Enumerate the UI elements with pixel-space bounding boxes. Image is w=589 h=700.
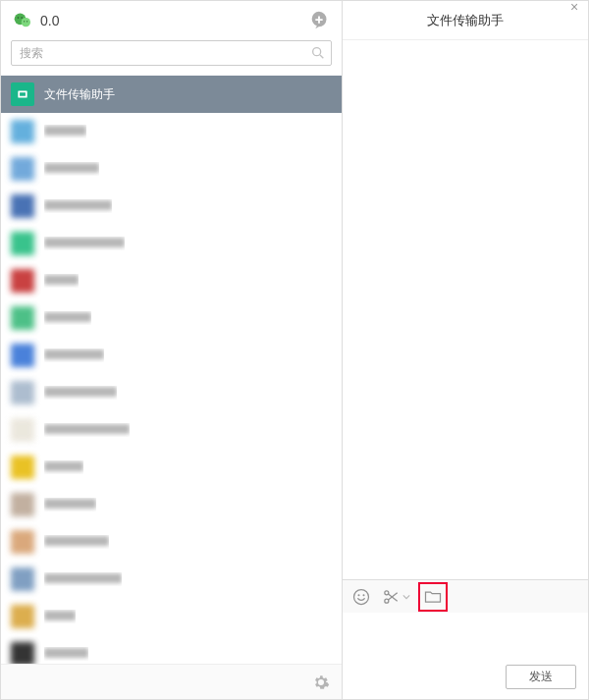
svg-line-16	[389, 592, 398, 599]
send-button[interactable]: 发送	[506, 665, 576, 689]
app-window: 0.0 文件传输助手 × 文件传输助手	[0, 0, 589, 700]
avatar	[11, 456, 34, 479]
avatar	[11, 493, 34, 516]
screenshot-tool[interactable]	[380, 586, 410, 608]
chat-name	[44, 311, 91, 325]
chat-item[interactable]	[1, 374, 342, 411]
conversation-header: 文件传输助手	[343, 1, 588, 40]
chat-name	[44, 535, 109, 549]
avatar	[11, 381, 34, 404]
conversation-title: 文件传输助手	[427, 12, 504, 29]
message-area	[343, 40, 588, 579]
svg-point-1	[22, 18, 30, 27]
dropdown-arrow-icon	[402, 593, 410, 601]
avatar	[11, 642, 34, 664]
left-footer	[1, 664, 342, 699]
svg-line-15	[389, 594, 398, 601]
user-name: 0.0	[40, 13, 59, 28]
new-chat-icon[interactable]	[308, 10, 330, 31]
svg-rect-9	[20, 92, 26, 96]
svg-point-2	[18, 17, 20, 19]
highlighted-folder-tool	[418, 582, 448, 612]
left-panel: 0.0 文件传输助手	[1, 1, 343, 699]
chat-item[interactable]	[1, 449, 342, 486]
avatar	[11, 530, 34, 554]
svg-point-5	[27, 21, 27, 22]
avatar	[11, 344, 34, 367]
chat-name	[44, 386, 117, 400]
chat-name	[44, 610, 76, 623]
svg-point-11	[358, 594, 360, 596]
avatar	[11, 232, 34, 255]
right-panel: × 文件传输助手 发送	[343, 1, 588, 699]
chat-item[interactable]	[1, 523, 342, 561]
chat-item[interactable]	[1, 113, 342, 150]
avatar	[11, 157, 34, 181]
chat-item[interactable]	[1, 337, 342, 374]
svg-point-10	[354, 589, 369, 604]
emoji-icon[interactable]	[350, 586, 372, 608]
chat-name	[44, 349, 104, 362]
chat-name	[44, 274, 79, 288]
chat-name	[44, 498, 96, 512]
search-box	[11, 40, 332, 66]
avatar	[11, 567, 34, 591]
chat-name	[44, 162, 99, 176]
svg-point-12	[363, 594, 365, 596]
scissors-icon	[380, 586, 402, 608]
settings-icon[interactable]	[312, 673, 330, 691]
chat-name	[44, 572, 122, 586]
svg-point-13	[385, 599, 389, 603]
avatar	[11, 269, 34, 293]
chat-name	[44, 237, 125, 250]
search-input[interactable]	[11, 40, 332, 66]
message-input-area[interactable]: 发送	[343, 613, 588, 699]
folder-icon[interactable]	[422, 586, 444, 608]
avatar	[11, 605, 34, 628]
left-header: 0.0	[1, 1, 342, 40]
avatar	[11, 82, 34, 106]
chat-name	[44, 423, 130, 437]
chat-item-file-transfer[interactable]: 文件传输助手	[1, 76, 342, 113]
chat-name	[44, 199, 112, 213]
chat-item[interactable]	[1, 411, 342, 449]
avatar	[11, 194, 34, 218]
chat-name	[44, 125, 86, 138]
chat-item[interactable]	[1, 188, 342, 225]
chat-item[interactable]	[1, 225, 342, 262]
chat-item[interactable]	[1, 486, 342, 523]
compose-toolbar	[343, 579, 588, 613]
chat-item[interactable]	[1, 561, 342, 598]
avatar	[11, 306, 34, 330]
search-area	[1, 40, 342, 76]
svg-point-3	[21, 17, 23, 19]
chat-name	[44, 460, 83, 474]
svg-point-4	[24, 21, 25, 22]
chat-item[interactable]	[1, 299, 342, 337]
chat-item[interactable]	[1, 598, 342, 635]
chat-item[interactable]	[1, 262, 342, 299]
svg-point-14	[385, 590, 389, 594]
avatar	[11, 120, 34, 143]
wechat-logo-icon	[13, 11, 32, 30]
chat-name: 文件传输助手	[44, 86, 115, 103]
chat-item[interactable]	[1, 150, 342, 188]
chat-name	[44, 647, 88, 661]
chat-list: 文件传输助手	[1, 76, 342, 664]
avatar	[11, 418, 34, 442]
chat-item[interactable]	[1, 635, 342, 664]
